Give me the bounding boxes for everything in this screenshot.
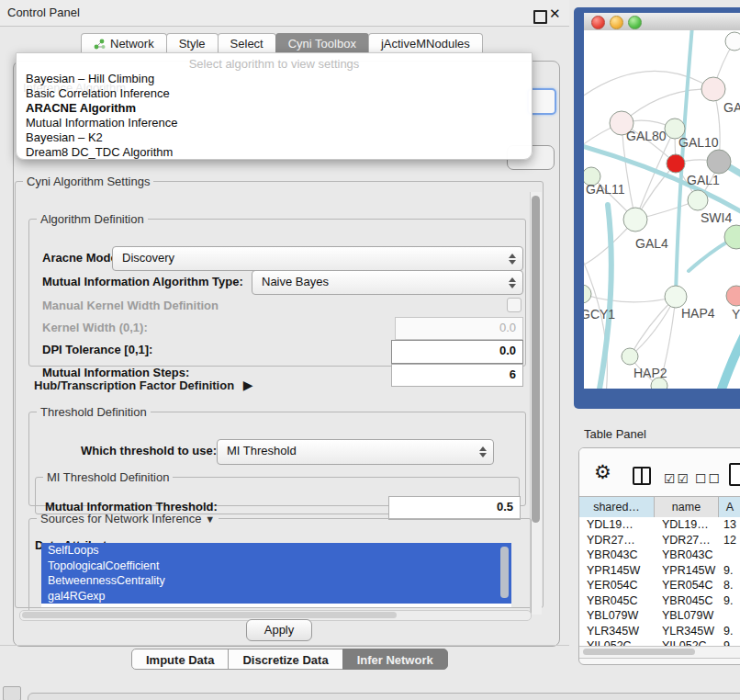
tab-select[interactable]: Select — [218, 33, 276, 53]
zoom-traffic-light-icon[interactable] — [628, 16, 642, 29]
table-row[interactable]: YBR045CYBR045C9. — [579, 593, 740, 609]
float-window-icon[interactable] — [533, 10, 547, 24]
table-row[interactable]: YBL079WYBL079W — [579, 608, 740, 624]
panel-divider — [0, 645, 569, 646]
kernel-width-field[interactable]: 0.0 — [395, 317, 523, 340]
network-node-label: GCY1 — [584, 307, 615, 322]
table-row[interactable]: YIL052CYIL052C9 — [579, 638, 740, 646]
table-hscrollbar-thumb[interactable] — [583, 649, 695, 655]
bottom-tab-infer-network[interactable]: Infer Network — [342, 649, 448, 670]
tab-jactivemnodules[interactable]: jActiveMNodules — [368, 33, 483, 53]
network-node[interactable] — [623, 208, 647, 231]
close-icon[interactable]: ✕ — [549, 6, 561, 22]
network-node[interactable] — [584, 285, 591, 303]
algorithm-option[interactable]: Bayesian – Hill Climbing — [26, 72, 521, 86]
column-header-partial[interactable]: A — [719, 497, 740, 517]
table-row[interactable]: YER054CYER054C8. — [579, 578, 740, 593]
algorithm-option[interactable]: Bayesian – K2 — [26, 130, 521, 145]
tab-network[interactable]: Network — [81, 33, 167, 53]
network-window-titlebar[interactable] — [584, 13, 740, 31]
settings-hscrollbar-thumb[interactable] — [22, 612, 397, 618]
network-node[interactable] — [665, 286, 687, 308]
algorithm-option[interactable]: Mutual Information Inference — [26, 116, 521, 130]
network-node[interactable] — [707, 150, 731, 174]
column-view-icon[interactable] — [633, 467, 651, 485]
table-row[interactable]: YBR043CYBR043C — [579, 548, 740, 563]
table-row[interactable]: YDL19…YDL19…13 — [579, 517, 740, 533]
network-node-label: GAL10 — [678, 135, 719, 150]
algorithm-option[interactable]: Basic Correlation Inference — [26, 86, 521, 101]
algorithm-list: Bayesian – Hill ClimbingBasic Correlatio… — [26, 72, 521, 160]
column-header-name[interactable]: name — [655, 497, 719, 517]
algorithm-definition-group: Algorithm Definition Aracne Mode: Discov… — [28, 212, 526, 367]
settings-scrollbar-thumb[interactable] — [532, 196, 540, 523]
which-threshold-select[interactable]: MI Threshold — [217, 439, 494, 465]
network-node[interactable] — [622, 348, 638, 365]
table-cell: YPR145W — [655, 563, 719, 579]
network-node[interactable] — [667, 154, 685, 173]
table-row[interactable]: YLR345WYLR345W9. — [579, 624, 740, 639]
table-row[interactable]: YPR145WYPR145W9. — [579, 563, 740, 579]
cyni-bottom-tabbar: Impute DataDiscretize DataInfer Network — [131, 649, 447, 670]
table-body: YDL19…YDL19…13YDR27…YDR27…12YBR043CYBR04… — [579, 517, 740, 646]
network-edge[interactable] — [584, 71, 713, 99]
network-node-label: HAP4 — [681, 306, 715, 321]
bottom-tab-impute-data[interactable]: Impute Data — [131, 649, 229, 670]
apply-button[interactable]: Apply — [246, 619, 312, 641]
network-node[interactable] — [701, 77, 725, 101]
tab-cyni-toolbox[interactable]: Cyni Toolbox — [275, 33, 369, 53]
table-cell: YIL052C — [655, 638, 719, 646]
data-attribute-item[interactable]: BetweennessCentrality — [41, 573, 511, 589]
data-attributes-list[interactable]: SelfLoopsTopologicalCoefficientBetweenne… — [41, 543, 511, 607]
network-node[interactable] — [724, 225, 740, 249]
kernel-width-label: Kernel Width (0,1): — [42, 321, 148, 334]
data-attribute-item[interactable]: TopologicalCoefficient — [41, 559, 511, 574]
settings-gear-icon[interactable]: ⚙ — [594, 461, 611, 483]
table-cell: YDL19… — [579, 517, 655, 533]
table-row[interactable]: YDR27…YDR27…12 — [579, 533, 740, 548]
chevron-down-icon[interactable]: ▼ — [205, 514, 215, 525]
table-cell: YBR045C — [579, 593, 655, 609]
network-edge[interactable] — [599, 205, 611, 389]
algorithm-option[interactable]: Dream8 DC_TDC Algorithm — [26, 145, 521, 160]
network-canvas[interactable]: GALGAL80GAL10GAL1GAL11GAL4SWI4GCY1HAP4YH… — [584, 30, 740, 389]
table-cell: YIL052C — [579, 638, 655, 646]
network-view-window: GALGAL80GAL10GAL1GAL11GAL4SWI4GCY1HAP4YH… — [574, 7, 740, 409]
network-node[interactable] — [725, 32, 740, 51]
aracne-mode-select[interactable]: Discovery — [112, 246, 523, 271]
select-all-icon[interactable]: ☑☑ — [664, 471, 690, 486]
collapsed-panel-icon[interactable] — [3, 686, 21, 700]
tab-style[interactable]: Style — [166, 33, 219, 53]
algorithm-option[interactable]: ARACNE Algorithm — [26, 101, 521, 116]
column-header-shared-name[interactable]: shared… — [579, 497, 655, 517]
data-attribute-item[interactable]: gal4RGexp — [41, 589, 511, 604]
stepper-icon — [509, 254, 516, 265]
mi-steps-field[interactable]: 6 — [391, 364, 523, 387]
table-horizontal-scrollbar[interactable] — [579, 646, 740, 659]
table-cell: YBR043C — [579, 548, 655, 563]
network-edge[interactable] — [720, 330, 740, 389]
mi-type-select[interactable]: Naive Bayes — [252, 270, 523, 295]
minimize-traffic-light-icon[interactable] — [610, 16, 623, 29]
table-panel: ⚙ ☑☑ ☐☐ shared… name A YDL19…YDL19…13YDR… — [578, 447, 740, 665]
bottom-tab-discretize-data[interactable]: Discretize Data — [228, 649, 342, 670]
which-threshold-label: Which threshold to use: — [81, 444, 217, 457]
export-table-icon[interactable] — [729, 463, 740, 486]
network-node[interactable] — [688, 190, 708, 210]
data-attribute-item[interactable]: SelfLoops — [41, 543, 511, 559]
manual-kernel-checkbox[interactable] — [507, 298, 521, 312]
table-cell: YER054C — [579, 578, 655, 593]
network-node[interactable] — [726, 286, 740, 306]
deselect-all-icon[interactable]: ☐☐ — [695, 471, 722, 486]
table-cell: YDL19… — [655, 517, 719, 533]
tab-label: Style — [179, 37, 206, 51]
network-node-label: GAL11 — [586, 182, 625, 197]
close-traffic-light-icon[interactable] — [591, 16, 605, 29]
chevron-right-icon: ▶ — [243, 378, 253, 392]
hub-definition-toggle[interactable]: Hub/Transcription Factor Definition ▶ — [34, 378, 253, 392]
manual-kernel-label: Manual Kernel Width Definition — [42, 299, 219, 312]
algorithm-definition-title: Algorithm Definition — [37, 212, 148, 226]
network-edge[interactable] — [622, 89, 713, 123]
dpi-tolerance-field[interactable]: 0.0 — [391, 340, 523, 364]
attributes-scrollbar-thumb[interactable] — [500, 547, 509, 598]
